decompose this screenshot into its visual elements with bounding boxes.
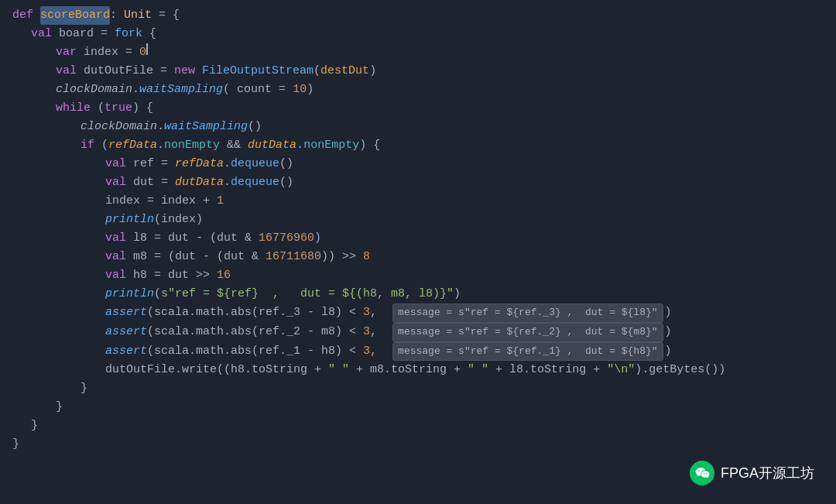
code-line-22: } — [0, 398, 836, 417]
code-line-12: println(index) — [0, 211, 836, 229]
code-line-6: while (true) { — [0, 99, 836, 118]
code-line-10: val dut = dutData.dequeue() — [0, 173, 836, 192]
code-line-13: val l8 = dut - (dut & 16776960) — [0, 229, 836, 248]
selected-scoreboard: scoreBoard — [40, 6, 110, 25]
code-line-21: } — [0, 379, 836, 398]
code-line-19: assert(scala.math.abs(ref._1 - h8) < 3, … — [0, 342, 836, 362]
watermark: FPGA开源工坊 — [690, 461, 814, 485]
code-line-8: if (refData.nonEmpty && dutData.nonEmpty… — [0, 136, 836, 155]
code-line-3: var index = 0 — [0, 43, 836, 62]
code-line-9: val ref = refData.dequeue() — [0, 155, 836, 173]
wechat-icon — [690, 461, 714, 485]
code-line-11: index = index + 1 — [0, 192, 836, 211]
code-line-23: } — [0, 417, 836, 435]
code-line-5: clockDomain.waitSampling( count = 10) — [0, 81, 836, 99]
tooltip-message-m8: message = s"ref = ${ref._2} , dut = ${m8… — [392, 323, 663, 342]
code-line-4: val dutOutFile = new FileOutputStream(de… — [0, 62, 836, 81]
code-line-24: } — [0, 435, 836, 454]
tooltip-message-h8: message = s"ref = ${ref._1} , dut = ${h8… — [392, 342, 663, 362]
code-line-15: val h8 = dut >> 16 — [0, 266, 836, 285]
code-line-1: def scoreBoard: Unit = { — [0, 6, 836, 25]
code-editor: def scoreBoard: Unit = { val board = for… — [0, 0, 836, 504]
code-line-20: dutOutFile.write((h8.toString + " " + m8… — [0, 361, 836, 379]
watermark-text: FPGA开源工坊 — [721, 462, 814, 485]
code-line-14: val m8 = (dut - (dut & 16711680)) >> 8 — [0, 248, 836, 266]
code-line-2: val board = fork { — [0, 25, 836, 43]
code-line-18: assert(scala.math.abs(ref._2 - m8) < 3, … — [0, 323, 836, 342]
code-line-17: assert(scala.math.abs(ref._3 - l8) < 3, … — [0, 303, 836, 323]
tooltip-message-l8: message = s"ref = ${ref._3} , dut = ${l8… — [392, 303, 663, 323]
code-line-16: println(s"ref = ${ref} , dut = ${(h8, m8… — [0, 285, 836, 303]
keyword-def: def — [12, 6, 40, 25]
text-cursor — [146, 43, 148, 55]
code-line-7: clockDomain.waitSampling() — [0, 118, 836, 136]
